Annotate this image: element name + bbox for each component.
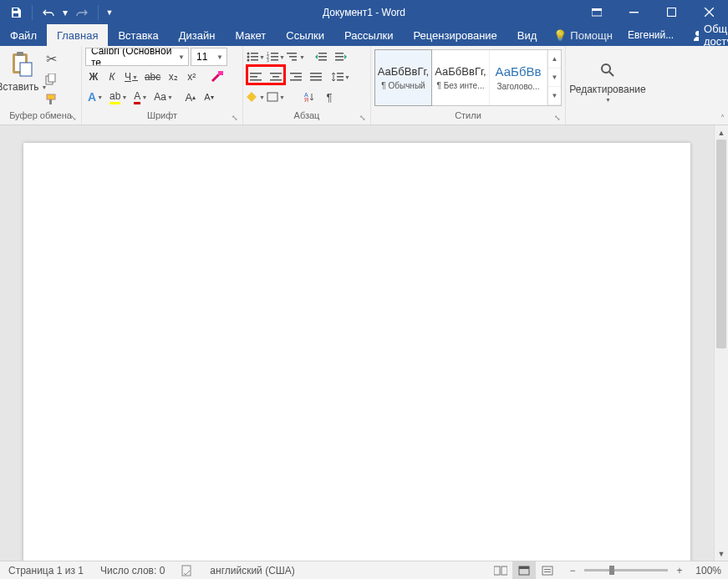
status-bar: Страница 1 из 1 Число слов: 0 английский…: [0, 561, 728, 579]
numbering-icon[interactable]: 123▼: [267, 48, 285, 66]
styles-scroll-down-icon[interactable]: ▼: [548, 69, 561, 87]
group-paragraph: ▼ 123▼ ▼ ▼ ▼ ▼: [243, 46, 371, 124]
qat-customize-icon[interactable]: ▼: [104, 2, 115, 23]
redo-icon[interactable]: [71, 2, 93, 23]
format-painter-icon[interactable]: [42, 90, 60, 109]
group-font-label: Шрифт: [147, 110, 177, 120]
align-right-icon[interactable]: [287, 68, 305, 86]
status-language[interactable]: английский (США): [201, 561, 303, 579]
svg-rect-32: [318, 56, 327, 58]
svg-rect-31: [318, 53, 327, 54]
text-effects-icon[interactable]: A▼: [85, 88, 105, 106]
editing-button[interactable]: Редактирование ▼: [569, 48, 646, 110]
scroll-up-icon[interactable]: ▲: [715, 125, 728, 140]
highlight-icon[interactable]: ab▼: [107, 88, 130, 106]
svg-rect-13: [47, 94, 55, 99]
status-page[interactable]: Страница 1 из 1: [0, 561, 92, 579]
align-left-icon[interactable]: [247, 68, 265, 86]
maximize-icon[interactable]: [653, 0, 690, 24]
borders-icon[interactable]: ▼: [267, 88, 285, 106]
group-font: Calibri (Основной те▼ 11▼ Ж К Ч▼ abc x₂ …: [82, 46, 243, 124]
page[interactable]: [23, 143, 690, 561]
zoom-thumb[interactable]: [609, 566, 614, 575]
undo-icon[interactable]: [38, 2, 59, 23]
align-center-icon[interactable]: [267, 68, 285, 86]
superscript-button[interactable]: x²: [183, 68, 200, 86]
zoom-out-icon[interactable]: −: [566, 565, 579, 576]
tell-me[interactable]: 💡Помощн: [547, 29, 619, 42]
strike-button[interactable]: abc: [142, 68, 163, 86]
scroll-thumb[interactable]: [716, 140, 726, 348]
save-icon[interactable]: [5, 2, 27, 23]
svg-rect-25: [271, 56, 278, 58]
view-print-icon[interactable]: [512, 561, 536, 579]
status-proofing[interactable]: [173, 561, 201, 579]
share-button[interactable]: Общий доступ: [682, 23, 728, 48]
scroll-down-icon[interactable]: ▼: [715, 546, 728, 561]
decrease-indent-icon[interactable]: [312, 48, 330, 66]
copy-icon[interactable]: [42, 70, 60, 89]
svg-rect-10: [20, 63, 32, 76]
style-normal[interactable]: АаБбВвГг, ¶ Обычный: [374, 49, 432, 106]
svg-rect-49: [337, 73, 344, 74]
style-heading1[interactable]: АаБбВв Заголово...: [490, 50, 547, 105]
svg-rect-62: [544, 569, 551, 570]
zoom-control: − + 100%: [559, 565, 728, 576]
tab-insert[interactable]: Вставка: [108, 24, 168, 46]
status-words[interactable]: Число слов: 0: [92, 561, 173, 579]
undo-dropdown-icon[interactable]: ▾: [61, 2, 69, 23]
clipboard-launcher-icon[interactable]: ⤡: [68, 112, 79, 124]
grow-font-icon[interactable]: A▴: [182, 88, 199, 106]
shading-icon[interactable]: ▼: [247, 88, 265, 106]
font-size-combo[interactable]: 11▼: [191, 48, 227, 66]
bold-button[interactable]: Ж: [85, 68, 102, 86]
user-account[interactable]: Евгений...: [619, 29, 682, 41]
vertical-scrollbar[interactable]: ▲ ▼: [714, 125, 728, 561]
line-spacing-icon[interactable]: ▼: [332, 68, 350, 86]
font-launcher-icon[interactable]: ⤡: [229, 112, 241, 124]
show-marks-icon[interactable]: ¶: [320, 88, 339, 106]
view-read-icon[interactable]: [489, 561, 512, 579]
minimize-icon[interactable]: [615, 0, 653, 24]
font-color-icon[interactable]: A▼: [131, 88, 150, 106]
zoom-level[interactable]: 100%: [691, 565, 721, 576]
zoom-in-icon[interactable]: +: [673, 565, 686, 576]
styles-launcher-icon[interactable]: ⤡: [552, 112, 563, 124]
collapse-ribbon-icon[interactable]: ˄: [720, 114, 725, 123]
styles-scroll-up-icon[interactable]: ▲: [548, 50, 561, 69]
bullets-icon[interactable]: ▼: [247, 48, 265, 66]
view-web-icon[interactable]: [536, 561, 559, 579]
shrink-font-icon[interactable]: A▾: [201, 88, 217, 106]
multilevel-icon[interactable]: ▼: [287, 48, 305, 66]
tab-references[interactable]: Ссылки: [276, 24, 334, 46]
change-case-icon[interactable]: Aa▼: [151, 88, 176, 106]
cut-icon[interactable]: ✂: [42, 50, 60, 69]
close-icon[interactable]: [690, 0, 728, 24]
tab-home[interactable]: Главная: [47, 24, 108, 46]
svg-rect-42: [270, 79, 282, 81]
svg-point-55: [602, 64, 610, 73]
subscript-button[interactable]: x₂: [165, 68, 181, 86]
styles-expand-icon[interactable]: ▼: [548, 87, 561, 105]
style-no-spacing[interactable]: АаБбВвГг, ¶ Без инте...: [432, 50, 490, 105]
svg-rect-50: [337, 76, 344, 78]
tab-layout[interactable]: Макет: [225, 24, 276, 46]
justify-icon[interactable]: [307, 68, 325, 86]
tab-design[interactable]: Дизайн: [169, 24, 226, 46]
tab-review[interactable]: Рецензирование: [403, 24, 507, 46]
sort-icon[interactable]: AЯ: [300, 88, 318, 106]
svg-rect-46: [310, 73, 322, 74]
font-name-combo[interactable]: Calibri (Основной те▼: [85, 48, 189, 66]
tab-mailings[interactable]: Рассылки: [334, 24, 403, 46]
clear-format-icon[interactable]: [208, 68, 227, 86]
svg-rect-52: [267, 93, 277, 101]
paste-button[interactable]: Вставить▼: [3, 48, 40, 110]
zoom-slider[interactable]: [584, 569, 668, 571]
italic-button[interactable]: К: [104, 68, 120, 86]
underline-button[interactable]: Ч▼: [122, 68, 140, 86]
tab-file[interactable]: Файл: [0, 24, 47, 46]
ribbon-display-icon[interactable]: [578, 0, 615, 24]
increase-indent-icon[interactable]: [332, 48, 350, 66]
paragraph-launcher-icon[interactable]: ⤡: [357, 112, 369, 124]
tab-view[interactable]: Вид: [507, 24, 547, 46]
